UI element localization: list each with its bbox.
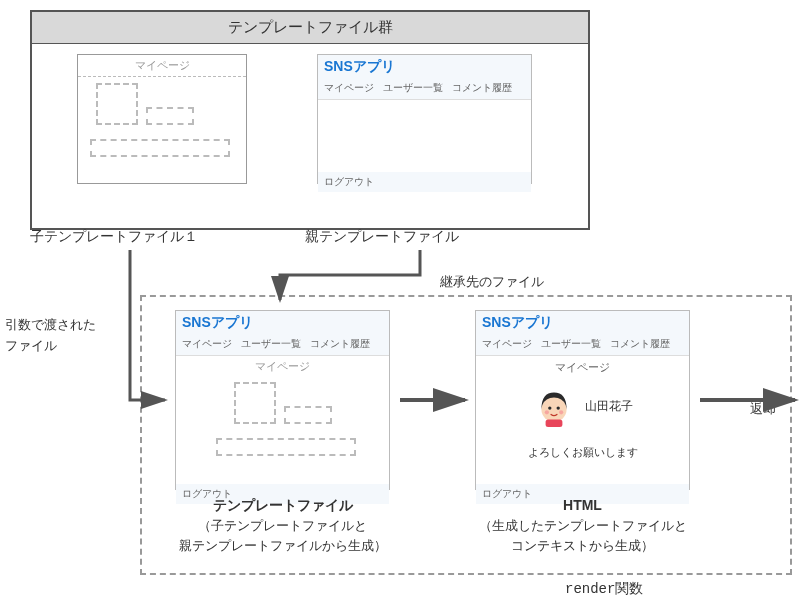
- wireframe-box: [284, 406, 332, 424]
- nav-item: ユーザー一覧: [241, 338, 301, 349]
- child-template: マイページ: [77, 54, 247, 184]
- html-output: SNSアプリ マイページ ユーザー一覧 コメント履歴 マイページ 山田花子 よろ…: [475, 310, 690, 490]
- avatar-row: 山田花子: [476, 385, 689, 427]
- svg-point-4: [559, 410, 563, 414]
- parent-template-nav: マイページ ユーザー一覧 コメント履歴: [318, 79, 531, 100]
- html-output-title: SNSアプリ: [476, 311, 689, 335]
- argument-label: 引数で渡された ファイル: [5, 315, 96, 357]
- child-template-header: マイページ: [78, 55, 246, 77]
- svg-point-2: [556, 406, 559, 409]
- nav-item: ユーザー一覧: [383, 82, 443, 93]
- username: 山田花子: [585, 398, 633, 415]
- html-caption-bold: HTML: [563, 497, 602, 513]
- wireframe-box: [234, 382, 276, 424]
- wireframe-box: [216, 438, 356, 456]
- child-template-caption: 子テンプレートファイル１: [30, 228, 198, 246]
- argument-label-line2: ファイル: [5, 338, 57, 353]
- wireframe-box: [96, 83, 138, 125]
- combined-body-header: マイページ: [176, 356, 389, 377]
- arrow-parent-to-render: [280, 250, 420, 300]
- nav-item: マイページ: [482, 338, 532, 349]
- combined-template-body: マイページ: [176, 356, 389, 484]
- wireframe-box: [90, 139, 230, 157]
- combined-template-nav: マイページ ユーザー一覧 コメント履歴: [176, 335, 389, 356]
- avatar-icon: [533, 385, 575, 427]
- combined-template-caption: テンプレートファイル （子テンプレートファイルと 親テンプレートファイルから生成…: [170, 495, 395, 555]
- argument-label-line1: 引数で渡された: [5, 317, 96, 332]
- render-function-label: render関数: [565, 580, 643, 598]
- svg-rect-5: [545, 419, 562, 427]
- html-caption-line1: （生成したテンプレートファイルと: [479, 518, 687, 533]
- parent-template-caption: 親テンプレートファイル: [305, 228, 459, 246]
- svg-point-1: [548, 406, 551, 409]
- template-group-body: マイページ SNSアプリ マイページ ユーザー一覧 コメント履歴 ログアウト: [32, 44, 588, 229]
- combined-template: SNSアプリ マイページ ユーザー一覧 コメント履歴 マイページ ログアウト: [175, 310, 390, 490]
- nav-item: コメント履歴: [610, 338, 670, 349]
- nav-item: コメント履歴: [310, 338, 370, 349]
- parent-template-footer: ログアウト: [318, 172, 531, 192]
- template-group-box: テンプレートファイル群 マイページ SNSアプリ マイページ ユーザー一覧 コメ…: [30, 10, 590, 230]
- child-template-body: [78, 77, 246, 177]
- html-output-body: マイページ 山田花子 よろしくお願いします: [476, 356, 689, 484]
- nav-item: ユーザー一覧: [541, 338, 601, 349]
- svg-point-3: [544, 410, 548, 414]
- return-label: 返却: [750, 400, 776, 418]
- combined-caption-bold: テンプレートファイル: [213, 497, 353, 513]
- html-body-header: マイページ: [476, 356, 689, 377]
- inherit-label: 継承先のファイル: [440, 273, 544, 291]
- wireframe-box: [146, 107, 194, 125]
- combined-template-title: SNSアプリ: [176, 311, 389, 335]
- template-group-title: テンプレートファイル群: [32, 12, 588, 44]
- html-output-nav: マイページ ユーザー一覧 コメント履歴: [476, 335, 689, 356]
- combined-caption-line1: （子テンプレートファイルと: [198, 518, 367, 533]
- html-caption-line2: コンテキストから生成）: [511, 538, 654, 553]
- parent-template: SNSアプリ マイページ ユーザー一覧 コメント履歴 ログアウト: [317, 54, 532, 184]
- parent-template-title: SNSアプリ: [318, 55, 531, 79]
- html-output-caption: HTML （生成したテンプレートファイルと コンテキストから生成）: [470, 495, 695, 555]
- combined-caption-line2: 親テンプレートファイルから生成）: [179, 538, 387, 553]
- parent-template-content: [318, 100, 531, 172]
- nav-item: マイページ: [182, 338, 232, 349]
- nav-item: コメント履歴: [452, 82, 512, 93]
- nav-item: マイページ: [324, 82, 374, 93]
- greeting: よろしくお願いします: [476, 445, 689, 460]
